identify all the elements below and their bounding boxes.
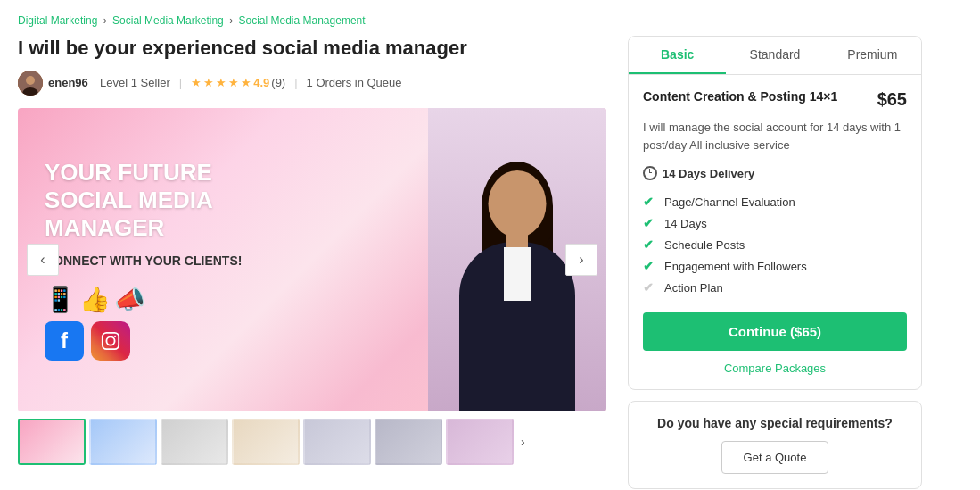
thumbnail-7[interactable] bbox=[446, 419, 514, 465]
main-content: I will be your experienced social media … bbox=[18, 36, 962, 489]
thumbnail-next-button[interactable]: › bbox=[517, 431, 529, 453]
breadcrumb-social-media-marketing[interactable]: Social Media Marketing bbox=[112, 14, 224, 27]
delivery-row: 14 Days Delivery bbox=[643, 166, 907, 180]
thumb-next-icon: › bbox=[521, 435, 525, 449]
breadcrumb-social-media-management[interactable]: Social Media Management bbox=[238, 14, 365, 27]
svg-rect-3 bbox=[103, 333, 119, 349]
rating-score: 4.9 bbox=[253, 76, 269, 89]
svg-point-1 bbox=[26, 76, 35, 85]
emoji-megaphone: 📣 bbox=[114, 285, 145, 314]
feature-1: ✔ Page/Channel Evaluation bbox=[643, 191, 907, 212]
image-slider: ‹ YOUR FUTURE SOCIAL MEDIA MANAGER CONNE… bbox=[18, 108, 606, 411]
arrow-right-icon: › bbox=[579, 252, 583, 268]
svg-point-5 bbox=[114, 336, 116, 337]
delivery-label: 14 Days Delivery bbox=[663, 167, 754, 180]
gig-image-content: YOUR FUTURE SOCIAL MEDIA MANAGER CONNECT… bbox=[18, 108, 606, 411]
gig-text-side: YOUR FUTURE SOCIAL MEDIA MANAGER CONNECT… bbox=[18, 132, 428, 387]
feature-3: ✔ Schedule Posts bbox=[643, 234, 907, 255]
star-2: ★ bbox=[203, 76, 214, 89]
thumbnail-2[interactable] bbox=[89, 419, 157, 465]
seller-info: enen96 Level 1 Seller | ★ ★ ★ ★ ★ 4.9 (9… bbox=[18, 71, 606, 96]
breadcrumb-digital-marketing[interactable]: Digital Marketing bbox=[18, 14, 97, 27]
breadcrumb-sep-2: › bbox=[229, 14, 235, 27]
sep2: | bbox=[294, 76, 297, 89]
gig-title: I will be your experienced social media … bbox=[18, 36, 606, 62]
left-section: I will be your experienced social media … bbox=[18, 36, 606, 489]
emoji-thumbsup: 👍 bbox=[79, 285, 111, 314]
thumbnail-4[interactable] bbox=[232, 419, 300, 465]
right-section: Basic Standard Premium Content Creation … bbox=[628, 36, 922, 489]
star-4: ★ bbox=[228, 76, 239, 89]
orders-queue: 1 Orders in Queue bbox=[307, 76, 402, 89]
svg-point-4 bbox=[106, 336, 114, 345]
package-body: Content Creation & Posting 14×1 $65 I wi… bbox=[629, 75, 921, 389]
features-list: ✔ Page/Channel Evaluation ✔ 14 Days ✔ Sc… bbox=[643, 191, 907, 298]
seller-name[interactable]: enen96 bbox=[48, 76, 88, 89]
breadcrumb-sep-1: › bbox=[103, 14, 110, 27]
package-name: Content Creation & Posting 14×1 bbox=[643, 89, 837, 104]
tab-premium[interactable]: Premium bbox=[824, 37, 921, 74]
facebook-icon: f bbox=[45, 321, 84, 361]
gig-subheadline: CONNECT WITH YOUR CLIENTS! bbox=[45, 253, 401, 270]
check-icon-3: ✔ bbox=[643, 237, 657, 252]
package-panel: Basic Standard Premium Content Creation … bbox=[628, 36, 922, 390]
tab-basic[interactable]: Basic bbox=[629, 37, 726, 74]
thumbnail-5[interactable] bbox=[303, 419, 371, 465]
continue-button[interactable]: Continue ($65) bbox=[643, 312, 907, 351]
seller-level: Level 1 Seller bbox=[94, 76, 170, 89]
quote-panel: Do you have any special requirements? Ge… bbox=[628, 401, 922, 489]
social-icons: f bbox=[45, 321, 401, 361]
gig-headline: YOUR FUTURE SOCIAL MEDIA MANAGER bbox=[45, 159, 401, 243]
feature-label-2: 14 Days bbox=[664, 217, 707, 230]
tab-standard[interactable]: Standard bbox=[726, 37, 823, 74]
check-icon-4: ✔ bbox=[643, 259, 657, 273]
check-icon-2: ✔ bbox=[643, 216, 657, 230]
feature-4: ✔ Engagement with Followers bbox=[643, 255, 907, 277]
star-rating: ★ ★ ★ ★ ★ 4.9 (9) bbox=[191, 76, 285, 89]
check-icon-1: ✔ bbox=[643, 195, 657, 209]
clock-icon bbox=[643, 166, 657, 180]
compare-packages-link[interactable]: Compare Packages bbox=[643, 361, 907, 375]
get-quote-button[interactable]: Get a Quote bbox=[721, 441, 829, 474]
arrow-left-icon: ‹ bbox=[40, 252, 45, 268]
slider-next-button[interactable]: › bbox=[565, 244, 597, 276]
feature-5: ✔ Action Plan bbox=[643, 277, 907, 298]
page-container: Digital Marketing › Social Media Marketi… bbox=[0, 0, 980, 490]
feature-label-1: Page/Channel Evaluation bbox=[664, 195, 795, 209]
package-description: I will manage the social account for 14 … bbox=[643, 119, 907, 154]
package-tabs: Basic Standard Premium bbox=[629, 37, 921, 75]
gig-main-image: YOUR FUTURE SOCIAL MEDIA MANAGER CONNECT… bbox=[18, 108, 606, 411]
sep1: | bbox=[179, 76, 182, 89]
feature-label-5: Action Plan bbox=[664, 281, 723, 295]
emoji-decorations: 📱 👍 📣 bbox=[45, 285, 401, 314]
thumbnail-strip: › bbox=[18, 419, 606, 465]
breadcrumb: Digital Marketing › Social Media Marketi… bbox=[18, 14, 962, 27]
star-1: ★ bbox=[191, 76, 202, 89]
feature-label-3: Schedule Posts bbox=[664, 238, 745, 252]
package-header-row: Content Creation & Posting 14×1 $65 bbox=[643, 89, 907, 110]
feature-2: ✔ 14 Days bbox=[643, 212, 907, 234]
star-3: ★ bbox=[216, 76, 226, 89]
thumbnail-1[interactable] bbox=[18, 419, 86, 465]
rating-count: (9) bbox=[271, 76, 285, 89]
star-5: ★ bbox=[241, 76, 251, 89]
quote-text: Do you have any special requirements? bbox=[643, 416, 907, 430]
thumbnail-6[interactable] bbox=[375, 419, 442, 465]
feature-label-4: Engagement with Followers bbox=[664, 260, 807, 273]
thumbnail-3[interactable] bbox=[161, 419, 228, 465]
avatar bbox=[18, 71, 43, 96]
slider-prev-button[interactable]: ‹ bbox=[27, 244, 59, 276]
emoji-phone: 📱 bbox=[45, 285, 76, 314]
package-price: $65 bbox=[877, 89, 907, 110]
check-icon-5: ✔ bbox=[643, 280, 657, 295]
instagram-icon bbox=[91, 321, 130, 361]
